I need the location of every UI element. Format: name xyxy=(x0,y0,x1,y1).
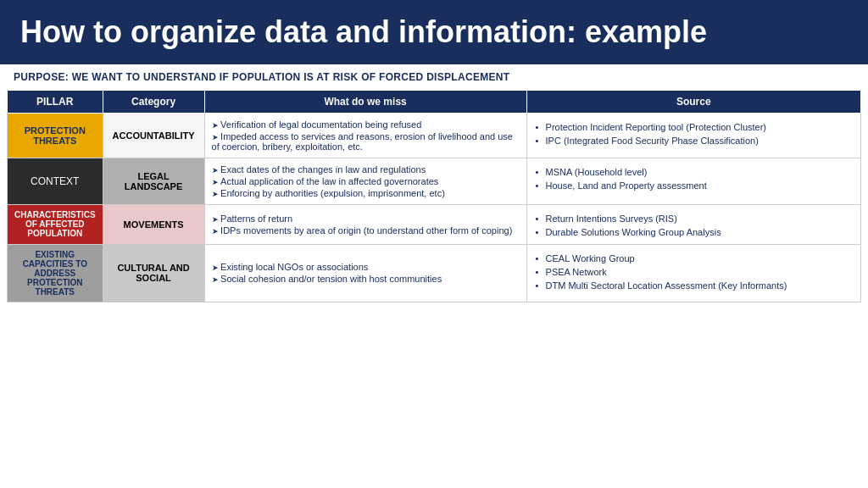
col-miss: What do we miss xyxy=(204,90,526,113)
category-cell: LEGAL LANDSCAPE xyxy=(103,158,204,204)
miss-cell: Patterns of returnIDPs movements by area… xyxy=(204,204,526,244)
source-item: IPC (Integrated Food Security Phase Clas… xyxy=(534,134,854,147)
col-category: Category xyxy=(103,90,204,113)
miss-cell: Verification of legal documentation bein… xyxy=(204,113,526,158)
source-item: Protection Incident Reporting tool (Prot… xyxy=(534,120,854,134)
col-source: Source xyxy=(526,90,860,113)
pillar-cell: CONTEXT xyxy=(8,158,103,204)
source-item: PSEA Network xyxy=(534,265,854,279)
category-cell: ACCOUNTABILITY xyxy=(103,113,204,158)
miss-item: Patterns of return xyxy=(212,213,520,225)
source-item: Return Intentions Surveys (RIS) xyxy=(534,212,854,225)
main-table: PILLAR Category What do we miss Source P… xyxy=(7,90,861,302)
miss-item: Impeded access to services and reasons, … xyxy=(212,130,520,152)
miss-item: IDPs movements by area of origin (to und… xyxy=(212,225,520,236)
source-item: DTM Multi Sectoral Location Assessment (… xyxy=(534,279,854,292)
miss-item: Social cohesion and/or tension with host… xyxy=(212,273,520,285)
pillar-cell: CHARACTERISTICS OF AFFECTED POPULATION xyxy=(8,204,103,244)
pillar-cell: PROTECTION THREATS xyxy=(8,113,103,158)
col-pillar: PILLAR xyxy=(8,90,103,113)
table-row: CHARACTERISTICS OF AFFECTED POPULATIONMO… xyxy=(8,204,861,244)
source-item: CEAL Working Group xyxy=(534,252,854,265)
miss-item: Actual application of the law in affecte… xyxy=(212,175,520,187)
category-cell: MOVEMENTS xyxy=(103,204,204,244)
table-body: PROTECTION THREATSACCOUNTABILITYVerifica… xyxy=(8,113,861,302)
source-cell: MSNA (Household level)House, Land and Pr… xyxy=(526,158,860,204)
header: How to organize data and information: ex… xyxy=(0,0,868,64)
source-cell: Protection Incident Reporting tool (Prot… xyxy=(526,113,860,158)
table-row: CONTEXTLEGAL LANDSCAPEExact dates of the… xyxy=(8,158,861,204)
miss-item: Enforcing by authorities (expulsion, imp… xyxy=(212,187,520,199)
table-wrap: PILLAR Category What do we miss Source P… xyxy=(0,90,868,306)
category-cell: CULTURAL AND SOCIAL xyxy=(103,244,204,302)
page-title: How to organize data and information: ex… xyxy=(20,15,848,49)
miss-cell: Existing local NGOs or associationsSocia… xyxy=(204,244,526,302)
miss-item: Verification of legal documentation bein… xyxy=(212,119,520,130)
source-cell: Return Intentions Surveys (RIS)Durable S… xyxy=(526,204,860,244)
miss-item: Exact dates of the changes in law and re… xyxy=(212,164,520,175)
table-row: PROTECTION THREATSACCOUNTABILITYVerifica… xyxy=(8,113,861,158)
pillar-cell: EXISTING CAPACITIES TO ADDRESS PROTECTIO… xyxy=(8,244,103,302)
table-row: EXISTING CAPACITIES TO ADDRESS PROTECTIO… xyxy=(8,244,861,302)
table-header-row: PILLAR Category What do we miss Source xyxy=(8,90,861,113)
source-item: MSNA (Household level) xyxy=(534,165,854,179)
source-item: House, Land and Property assessment xyxy=(534,179,854,192)
miss-item: Existing local NGOs or associations xyxy=(212,261,520,273)
purpose-bar: PURPOSE: WE WANT TO UNDERSTAND IF POPULA… xyxy=(0,64,868,90)
purpose-text: PURPOSE: WE WANT TO UNDERSTAND IF POPULA… xyxy=(14,71,509,83)
source-cell: CEAL Working GroupPSEA NetworkDTM Multi … xyxy=(526,244,860,302)
miss-cell: Exact dates of the changes in law and re… xyxy=(204,158,526,204)
source-item: Durable Solutions Working Group Analysis xyxy=(534,225,854,239)
